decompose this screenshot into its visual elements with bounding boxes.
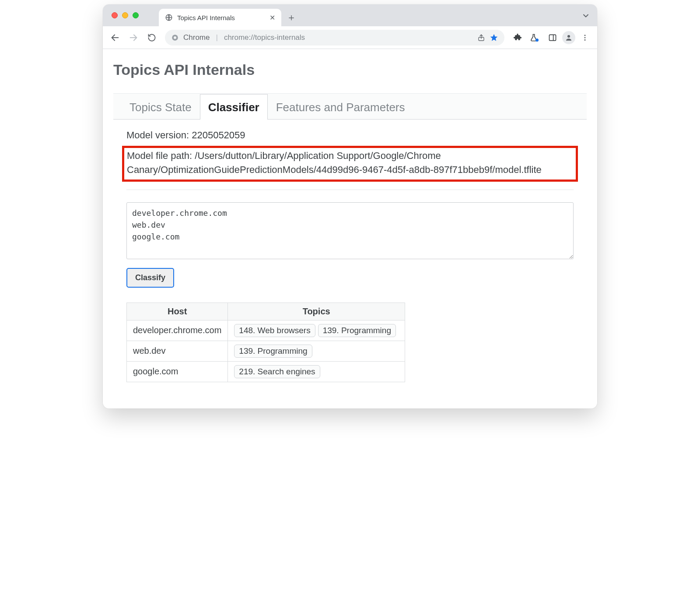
model-version-value: 2205052059: [192, 130, 245, 141]
svg-point-10: [584, 35, 586, 36]
tab-title: Topics API Internals: [177, 14, 235, 21]
content-tabs: Topics State Classifier Features and Par…: [113, 94, 587, 120]
svg-rect-7: [550, 35, 556, 40]
hosts-input[interactable]: [126, 202, 574, 259]
model-version-label: Model version:: [126, 130, 189, 141]
cell-host: web.dev: [127, 341, 228, 361]
col-topics: Topics: [228, 303, 405, 320]
url-origin-label: Chrome: [183, 33, 210, 42]
extensions-icon[interactable]: [510, 30, 525, 46]
page-title: Topics API Internals: [113, 61, 587, 78]
forward-button[interactable]: [126, 30, 141, 46]
new-tab-button[interactable]: ＋: [284, 10, 299, 25]
topic-pill: 219. Search engines: [234, 365, 320, 378]
profile-avatar[interactable]: [562, 31, 575, 44]
table-row: google.com219. Search engines: [127, 361, 405, 382]
kebab-menu-icon[interactable]: [577, 30, 593, 46]
table-header-row: Host Topics: [127, 303, 405, 320]
classify-button[interactable]: Classify: [126, 268, 174, 288]
close-tab-icon[interactable]: ✕: [270, 14, 275, 22]
tab-body-classifier: Model version: 2205052059 Model file pat…: [113, 120, 587, 387]
topic-pill: 148. Web browsers: [234, 324, 315, 337]
bookmark-star-icon[interactable]: [490, 33, 498, 42]
svg-point-11: [584, 37, 586, 38]
model-version-line: Model version: 2205052059: [126, 128, 574, 142]
minimize-window-button[interactable]: [122, 12, 128, 18]
back-button[interactable]: [107, 30, 123, 46]
tab-classifier[interactable]: Classifier: [200, 94, 268, 120]
divider: [126, 190, 574, 190]
tab-features-parameters[interactable]: Features and Parameters: [268, 94, 413, 120]
topic-pill: 139. Programming: [234, 345, 312, 358]
topic-pill: 139. Programming: [318, 324, 396, 337]
zoom-window-button[interactable]: [133, 12, 139, 18]
close-window-button[interactable]: [112, 12, 118, 18]
col-host: Host: [127, 303, 228, 320]
panel: Topics State Classifier Features and Par…: [113, 93, 587, 387]
table-row: web.dev139. Programming: [127, 341, 405, 361]
globe-icon: [165, 14, 173, 21]
svg-point-12: [584, 39, 586, 40]
titlebar: Topics API Internals ✕ ＋: [103, 4, 597, 26]
cell-topics: 148. Web browsers139. Programming: [228, 320, 405, 341]
results-table: Host Topics developer.chrome.com148. Web…: [126, 303, 405, 382]
labs-icon[interactable]: [527, 30, 543, 46]
svg-point-4: [174, 36, 176, 39]
cell-host: google.com: [127, 361, 228, 382]
tabs-dropdown-button[interactable]: [581, 11, 590, 20]
chrome-logo-icon: [171, 34, 179, 42]
side-panel-icon[interactable]: [545, 30, 560, 46]
url-text: chrome://topics-internals: [224, 33, 305, 42]
share-icon[interactable]: [477, 34, 485, 42]
cell-topics: 139. Programming: [228, 341, 405, 361]
tab-topics-state[interactable]: Topics State: [121, 94, 200, 120]
browser-window: Topics API Internals ✕ ＋ Chrome | chrome…: [103, 4, 597, 408]
cell-topics: 219. Search engines: [228, 361, 405, 382]
browser-tab-active[interactable]: Topics API Internals ✕: [159, 9, 281, 26]
page-content: Topics API Internals Topics State Classi…: [103, 49, 597, 408]
table-row: developer.chrome.com148. Web browsers139…: [127, 320, 405, 341]
svg-marker-6: [490, 34, 498, 41]
address-bar[interactable]: Chrome | chrome://topics-internals: [165, 30, 504, 46]
model-path-highlight: Model file path: /Users/dutton/Library/A…: [122, 146, 578, 182]
toolbar-right: [510, 30, 593, 46]
model-path-label: Model file path:: [127, 150, 192, 161]
cell-host: developer.chrome.com: [127, 320, 228, 341]
toolbar: Chrome | chrome://topics-internals: [103, 26, 597, 49]
window-controls: [112, 12, 139, 18]
svg-point-9: [567, 35, 570, 38]
reload-button[interactable]: [144, 30, 160, 46]
url-separator: |: [216, 33, 217, 42]
